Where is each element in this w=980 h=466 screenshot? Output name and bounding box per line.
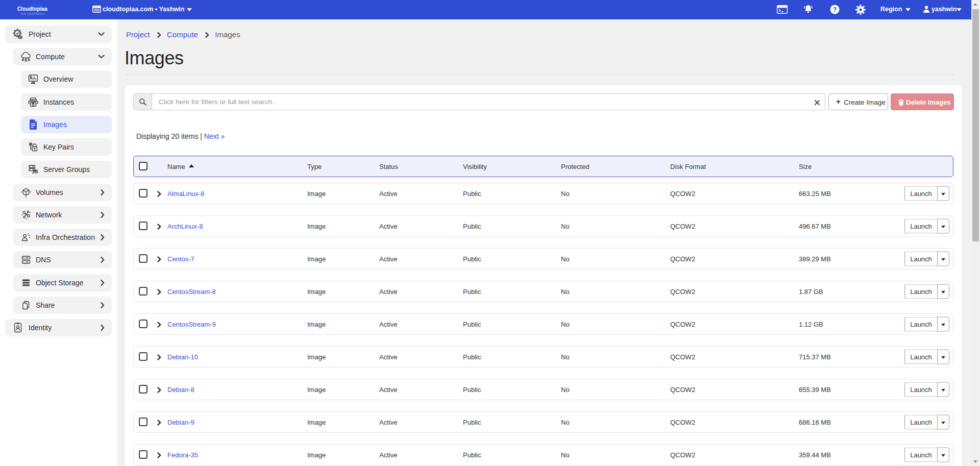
svg-text:?: ? [833, 6, 837, 13]
